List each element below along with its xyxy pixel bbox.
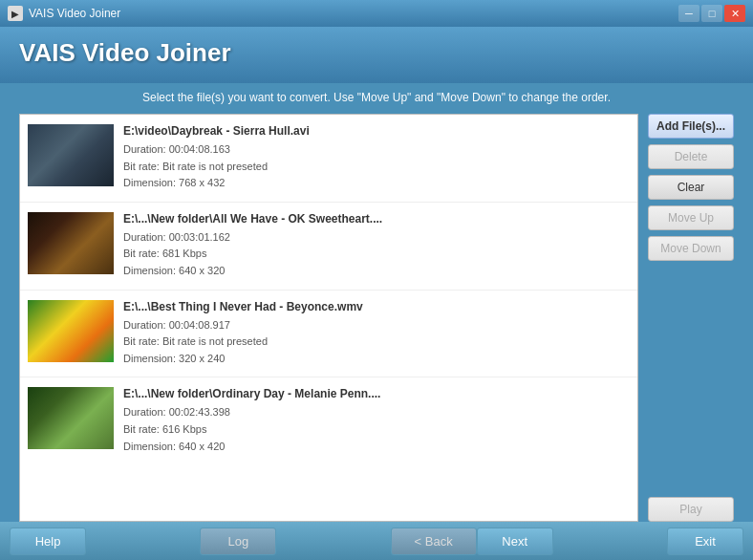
file-name: E:\...\Best Thing I Never Had - Beyonce.… xyxy=(123,300,630,313)
file-item[interactable]: E:\...\Best Thing I Never Had - Beyonce.… xyxy=(20,291,637,378)
title-bar-title: VAIS Video Joiner xyxy=(29,7,120,20)
file-info: E:\...\New folder\Ordinary Day - Melanie… xyxy=(123,387,630,455)
buttons-panel: Add File(s)... Delete Clear Move Up Move… xyxy=(648,114,734,522)
title-bar-left: ▶ VAIS Video Joiner xyxy=(8,6,120,21)
play-button[interactable]: Play xyxy=(648,497,734,522)
exit-button[interactable]: Exit xyxy=(667,528,743,555)
file-item[interactable]: E:\video\Daybreak - Sierra Hull.aviDurat… xyxy=(20,115,637,203)
add-files-button[interactable]: Add File(s)... xyxy=(648,114,734,139)
help-button[interactable]: Help xyxy=(10,528,86,555)
main-content: Select the file(s) you want to convert. … xyxy=(0,83,753,522)
file-meta: Duration: 00:04:08.163Bit rate: Bit rate… xyxy=(123,141,630,192)
next-button[interactable]: Next xyxy=(477,528,553,555)
file-name: E:\...\New folder\All We Have - OK Sweet… xyxy=(123,212,630,226)
app-icon: ▶ xyxy=(8,6,23,21)
close-button[interactable]: ✕ xyxy=(724,5,745,22)
title-bar: ▶ VAIS Video Joiner ─ □ ✕ xyxy=(0,0,753,27)
file-info: E:\...\New folder\All We Have - OK Sweet… xyxy=(123,212,630,280)
app-header: VAIS Video Joiner xyxy=(0,27,753,83)
file-item[interactable]: E:\...\New folder\All We Have - OK Sweet… xyxy=(20,203,637,291)
file-item[interactable]: E:\...\New folder\Ordinary Day - Melanie… xyxy=(20,377,637,464)
title-bar-controls: ─ □ ✕ xyxy=(678,5,745,22)
file-meta: Duration: 00:04:08.917Bit rate: Bit rate… xyxy=(123,317,630,368)
file-name: E:\video\Daybreak - Sierra Hull.avi xyxy=(123,124,630,138)
file-meta: Duration: 00:03:01.162Bit rate: 681 Kbps… xyxy=(123,229,630,280)
bottom-bar: Help Log < Back Next Exit xyxy=(0,522,753,560)
button-spacer xyxy=(648,267,734,491)
file-thumbnail xyxy=(28,212,114,274)
instruction-text: Select the file(s) you want to convert. … xyxy=(19,83,734,114)
maximize-button[interactable]: □ xyxy=(701,5,722,22)
minimize-button[interactable]: ─ xyxy=(678,5,699,22)
file-thumbnail xyxy=(28,300,114,362)
file-name: E:\...\New folder\Ordinary Day - Melanie… xyxy=(123,387,630,400)
log-button[interactable]: Log xyxy=(200,528,276,555)
file-meta: Duration: 00:02:43.398Bit rate: 616 Kbps… xyxy=(123,404,630,455)
file-info: E:\video\Daybreak - Sierra Hull.aviDurat… xyxy=(123,124,630,192)
move-up-button[interactable]: Move Up xyxy=(648,205,734,230)
file-thumbnail xyxy=(28,124,114,186)
back-button[interactable]: < Back xyxy=(391,528,477,555)
content-row: E:\video\Daybreak - Sierra Hull.aviDurat… xyxy=(19,114,734,522)
delete-button[interactable]: Delete xyxy=(648,144,734,169)
file-thumbnail xyxy=(28,387,114,449)
app-title: VAIS Video Joiner xyxy=(19,38,734,68)
file-list-panel[interactable]: E:\video\Daybreak - Sierra Hull.aviDurat… xyxy=(19,114,638,522)
clear-button[interactable]: Clear xyxy=(648,175,734,200)
file-info: E:\...\Best Thing I Never Had - Beyonce.… xyxy=(123,300,630,368)
move-down-button[interactable]: Move Down xyxy=(648,236,734,261)
